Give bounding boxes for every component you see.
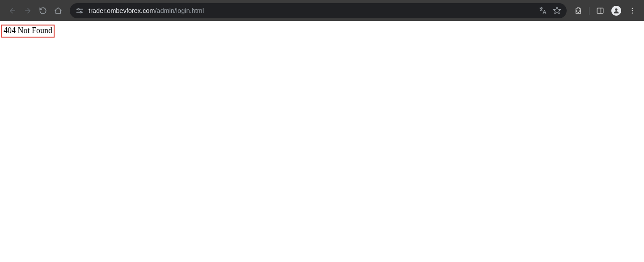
url-text: trader.ombevforex.com/admin/login.html — [89, 7, 533, 14]
forward-button[interactable] — [21, 4, 34, 17]
extensions-icon — [574, 7, 582, 15]
side-panel-button[interactable] — [594, 4, 606, 17]
address-bar[interactable]: trader.ombevforex.com/admin/login.html — [70, 3, 567, 18]
extensions-button[interactable] — [572, 4, 585, 17]
sidepanel-icon — [596, 7, 604, 15]
reload-icon — [39, 7, 47, 15]
url-path: /admin/login.html — [155, 7, 204, 14]
error-text: 404 Not Found — [4, 26, 52, 35]
star-icon — [553, 6, 561, 15]
address-bar-container: trader.ombevforex.com/admin/login.html — [70, 3, 567, 18]
reload-button[interactable] — [37, 4, 49, 17]
browser-toolbar: trader.ombevforex.com/admin/login.html — [0, 0, 644, 21]
kebab-icon — [628, 7, 636, 15]
avatar — [611, 6, 621, 16]
svg-point-12 — [632, 12, 633, 13]
error-highlight: 404 Not Found — [1, 25, 55, 38]
tune-icon — [75, 6, 84, 15]
svg-point-10 — [632, 8, 633, 9]
svg-rect-7 — [597, 8, 603, 13]
back-button[interactable] — [6, 4, 19, 17]
arrow-left-icon — [8, 7, 17, 15]
bookmark-button[interactable] — [551, 5, 562, 16]
svg-point-9 — [615, 8, 617, 10]
toolbar-divider — [589, 7, 589, 15]
svg-point-11 — [632, 10, 633, 11]
translate-button[interactable] — [537, 5, 548, 16]
svg-marker-6 — [553, 7, 560, 14]
site-info-button[interactable] — [75, 6, 84, 15]
translate-icon — [538, 6, 547, 15]
menu-button[interactable] — [626, 4, 639, 17]
address-bar-actions — [537, 5, 562, 16]
home-button[interactable] — [52, 4, 64, 17]
svg-point-3 — [78, 8, 79, 10]
toolbar-right-actions — [572, 4, 640, 17]
home-icon — [54, 7, 62, 15]
page-content: 404 Not Found — [0, 21, 644, 41]
profile-button[interactable] — [610, 4, 623, 17]
arrow-right-icon — [24, 7, 32, 15]
url-host: trader.ombevforex.com — [89, 7, 155, 14]
svg-point-5 — [80, 11, 81, 13]
person-icon — [613, 7, 620, 14]
nav-buttons — [4, 4, 64, 17]
